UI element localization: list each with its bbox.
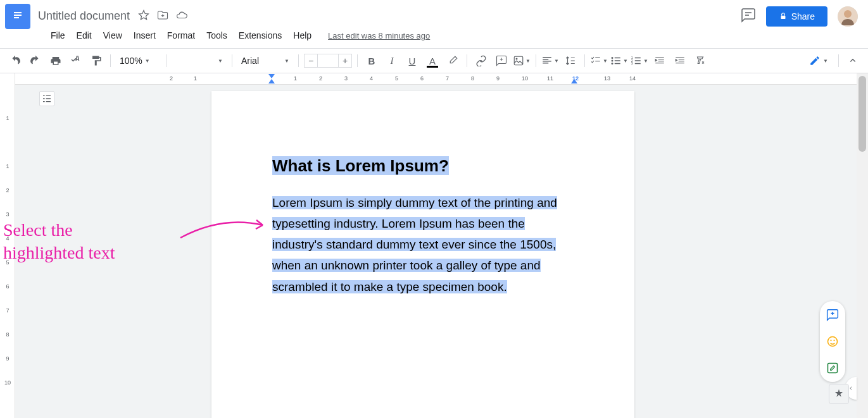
highlight-button[interactable] [444, 52, 462, 70]
share-label: Share [791, 11, 815, 22]
svg-rect-1 [14, 15, 22, 16]
menu-tools[interactable]: Tools [201, 28, 232, 43]
annotation-text: Select the highlighted text [3, 219, 115, 265]
print-button[interactable] [47, 52, 65, 70]
comment-history-icon[interactable] [741, 8, 756, 25]
emoji-reaction-bubble[interactable] [824, 333, 841, 350]
image-button[interactable]: ▼ [513, 52, 531, 70]
star-icon[interactable] [138, 9, 149, 23]
font-select[interactable]: Arial▼ [237, 52, 293, 69]
vruler-mark: 6 [1, 283, 14, 290]
svg-point-14 [828, 337, 838, 347]
svg-rect-2 [14, 17, 19, 18]
user-avatar[interactable] [838, 6, 858, 27]
move-icon[interactable] [157, 9, 168, 23]
vruler-mark: 9 [1, 355, 14, 362]
font-value: Arial [241, 56, 259, 66]
menu-format[interactable]: Format [162, 28, 200, 43]
docs-logo[interactable] [5, 4, 30, 29]
body-text[interactable]: Lorem Ipsum is simply dummy text of the … [272, 196, 557, 293]
svg-rect-0 [14, 12, 22, 13]
svg-point-8 [612, 57, 613, 59]
menu-extensions[interactable]: Extensions [234, 28, 287, 43]
svg-point-7 [516, 58, 518, 60]
link-button[interactable] [472, 52, 490, 70]
suggest-edit-bubble[interactable] [824, 359, 841, 377]
heading-text[interactable]: What is Lorem Ipsum? [272, 156, 449, 175]
vruler-mark: 2 [1, 187, 14, 194]
vruler-mark: 1 [1, 163, 14, 169]
text-color-button[interactable]: A [424, 52, 441, 70]
scrollbar-thumb[interactable] [859, 76, 866, 152]
undo-button[interactable] [6, 52, 24, 70]
svg-point-5 [844, 10, 852, 18]
annotation-arrow [177, 212, 272, 244]
svg-rect-6 [514, 56, 523, 65]
content-area: 1 1 2 3 4 5 6 7 8 9 10 2 1 1 2 3 4 5 6 7… [0, 73, 868, 418]
explore-button[interactable] [829, 384, 849, 404]
checklist-button[interactable]: ▼ [590, 52, 608, 70]
add-comment-bubble[interactable] [824, 306, 841, 324]
svg-point-16 [834, 340, 835, 341]
zoom-value: 100% [120, 56, 142, 66]
redo-button[interactable] [27, 52, 44, 70]
font-size-input[interactable] [318, 54, 338, 68]
decrease-indent-button[interactable] [651, 52, 669, 70]
paint-format-button[interactable] [87, 52, 105, 70]
annotation-line1: Select the [3, 219, 115, 242]
menu-help[interactable]: Help [288, 28, 317, 43]
header: Untitled document Share [0, 0, 868, 28]
add-comment-button[interactable] [493, 52, 510, 70]
font-size-increase[interactable]: + [338, 54, 352, 68]
svg-rect-17 [828, 364, 838, 373]
toolbar: 100%▼ ▼ Arial▼ − + B I U A ▼ ▼ ▼ ▼ 123▼ … [0, 48, 868, 73]
italic-button[interactable]: I [383, 52, 401, 70]
align-button[interactable]: ▼ [541, 52, 559, 70]
svg-point-10 [612, 63, 613, 65]
menubar: File Edit View Insert Format Tools Exten… [0, 28, 868, 48]
svg-point-9 [612, 60, 613, 62]
font-size-decrease[interactable]: − [304, 54, 318, 68]
vruler-mark: 8 [1, 331, 14, 338]
vruler-mark: 7 [1, 307, 14, 314]
menu-insert[interactable]: Insert [129, 28, 161, 43]
document-body[interactable]: What is Lorem Ipsum? Lorem Ipsum is simp… [272, 152, 574, 297]
last-edit-link[interactable]: Last edit was 8 minutes ago [328, 31, 430, 40]
menu-view[interactable]: View [98, 28, 127, 43]
share-button[interactable]: Share [766, 6, 827, 27]
increase-indent-button[interactable] [671, 52, 689, 70]
bold-button[interactable]: B [363, 52, 381, 70]
zoom-select[interactable]: 100%▼ [116, 52, 161, 69]
underline-button[interactable]: U [403, 52, 421, 70]
vertical-scrollbar[interactable] [857, 73, 868, 418]
font-size-group: − + [304, 54, 352, 68]
numbered-list-button[interactable]: 123▼ [631, 52, 648, 70]
menu-file[interactable]: File [46, 28, 70, 43]
editing-mode-button[interactable]: ▼ [804, 52, 833, 69]
document-page[interactable]: What is Lorem Ipsum? Lorem Ipsum is simp… [211, 91, 634, 418]
line-spacing-button[interactable] [562, 52, 579, 70]
svg-point-15 [831, 340, 832, 341]
outline-toggle-button[interactable] [39, 91, 54, 106]
menu-edit[interactable]: Edit [72, 28, 97, 43]
styles-select[interactable]: ▼ [172, 52, 227, 69]
title-area: Untitled document [38, 9, 741, 24]
clear-formatting-button[interactable] [691, 52, 709, 70]
vruler-mark: 1 [1, 115, 14, 121]
spellcheck-button[interactable] [67, 52, 85, 70]
annotation-line2: highlighted text [3, 242, 115, 264]
document-title[interactable]: Untitled document [38, 9, 130, 23]
comment-sidebar [820, 301, 845, 382]
svg-rect-3 [781, 16, 785, 19]
svg-text:3: 3 [631, 61, 633, 65]
hide-menus-button[interactable] [844, 52, 862, 70]
vruler-mark: 10 [1, 379, 14, 386]
bulleted-list-button[interactable]: ▼ [610, 52, 628, 70]
vruler-mark: 3 [1, 211, 14, 218]
cloud-status-icon[interactable] [176, 9, 187, 23]
document-scroll[interactable]: What is Lorem Ipsum? Lorem Ipsum is simp… [15, 73, 868, 418]
